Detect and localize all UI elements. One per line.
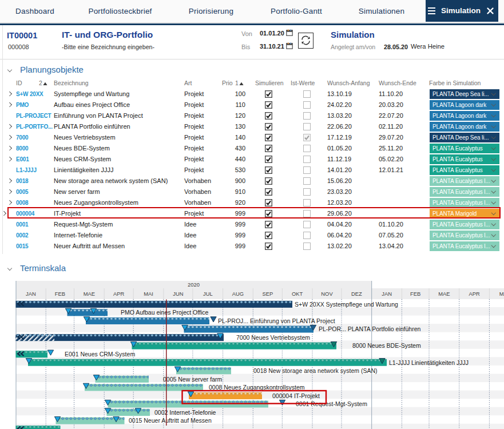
svg-text:000004 IT-Projekt: 000004 IT-Projekt (272, 392, 320, 399)
svg-text:0008 Neues Zugangskontrollsyst: 0008 Neues Zugangskontrollsystem (209, 384, 305, 391)
svg-text:OKT: OKT (292, 291, 303, 297)
svg-text:JAN: JAN (382, 291, 392, 297)
svg-text:PMO Aufbau eines Project Offic: PMO Aufbau eines Project Office (121, 309, 208, 316)
svg-text:0002 Internet-Telefonie: 0002 Internet-Telefonie (154, 409, 216, 416)
svg-text:8000 Neues BDE-System: 8000 Neues BDE-System (352, 342, 421, 349)
svg-text:2020: 2020 (188, 281, 200, 288)
svg-text:MAE: MAE (84, 291, 95, 297)
svg-text:0015 Neuer Auftritt auf Messen: 0015 Neuer Auftritt auf Messen (129, 417, 212, 424)
svg-text:PL-POR... PLANTA Portfolio ein: PL-POR... PLANTA Portfolio einführen (319, 325, 421, 332)
svg-text:E001 Neues CRM-System: E001 Neues CRM-System (65, 351, 135, 357)
svg-text:MAI: MAI (144, 291, 153, 297)
svg-text:0018 New storage area network: 0018 New storage area network system (SA… (253, 367, 378, 374)
svg-text:FEB: FEB (410, 291, 420, 297)
svg-text:AUG: AUG (232, 291, 244, 297)
svg-text:0005 New server farm: 0005 New server farm (163, 376, 223, 383)
svg-text:MAE: MAE (438, 291, 450, 297)
svg-text:7000 Neues Vertriebsystem: 7000 Neues Vertriebsystem (236, 334, 310, 341)
svg-text:DEZ: DEZ (351, 291, 362, 297)
svg-text:S+W 20XX Systempflege und Wart: S+W 20XX Systempflege und Wartung (295, 301, 398, 308)
svg-text:JUL: JUL (203, 291, 213, 297)
svg-text:APR: APR (113, 291, 125, 297)
svg-text:APR: APR (469, 291, 480, 297)
svg-text:SEP: SEP (262, 291, 273, 297)
svg-text:JUN: JUN (173, 291, 183, 297)
svg-text:L1-JJJJ Linientätigkeiten JJJJ: L1-JJJJ Linientätigkeiten JJJJ (389, 359, 469, 366)
svg-text:NOV: NOV (321, 291, 333, 297)
svg-text:FEB: FEB (55, 291, 65, 297)
svg-text:PL-PROJ... Einführung von PLAN: PL-PROJ... Einführung von PLANTA Project (218, 317, 335, 324)
svg-text:MAI: MAI (499, 291, 504, 297)
svg-text:JAN: JAN (26, 291, 36, 297)
